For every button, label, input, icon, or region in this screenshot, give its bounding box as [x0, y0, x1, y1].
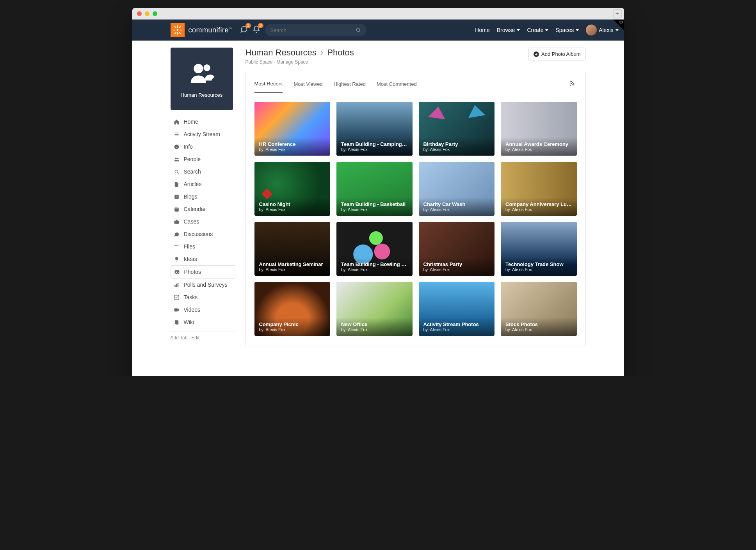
album-author: by: Alexis Fox — [505, 207, 572, 212]
space-visibility: Public Space — [245, 59, 273, 65]
photo-album-card[interactable]: HR Conferenceby: Alexis Fox — [254, 102, 331, 156]
svg-point-9 — [356, 28, 359, 31]
chat-icon — [174, 231, 180, 237]
album-title: Team Building - Basketball — [341, 201, 408, 207]
svg-point-11 — [203, 64, 210, 71]
search-input[interactable] — [270, 27, 356, 33]
image-icon — [174, 269, 180, 275]
photo-album-card[interactable]: Company Anniversary Lun…by: Alexis Fox — [501, 162, 577, 216]
people-icon — [188, 60, 215, 87]
photo-album-card[interactable]: New Officeby: Alexis Fox — [336, 282, 413, 336]
new-tab-button[interactable]: + — [613, 9, 622, 18]
sidebar-item-label: Activity Stream — [184, 131, 220, 137]
sidebar-item-ideas[interactable]: Ideas — [171, 253, 235, 265]
photo-album-card[interactable]: Team Building - Basketballby: Alexis Fox — [336, 162, 413, 216]
window-titlebar: + — [132, 8, 624, 20]
manage-space-link[interactable]: Manage Space — [277, 59, 308, 65]
sidebar-item-activity-stream[interactable]: Activity Stream — [171, 128, 235, 140]
sidebar-item-label: Videos — [184, 307, 201, 313]
tab-highest-rated[interactable]: Highest Rated — [334, 81, 366, 92]
notifications-icon[interactable]: 3 — [253, 25, 260, 35]
sidebar-item-files[interactable]: Files — [171, 240, 235, 253]
nav-home[interactable]: Home — [475, 27, 489, 33]
photo-album-card[interactable]: Charity Car Washby: Alexis Fox — [419, 162, 495, 216]
edit-tabs-link[interactable]: Edit — [191, 335, 199, 341]
album-author: by: Alexis Fox — [423, 207, 490, 212]
album-title: Charity Car Wash — [423, 201, 490, 207]
album-author: by: Alexis Fox — [259, 327, 326, 332]
photo-album-card[interactable]: Activity Stream Photosby: Alexis Fox — [419, 282, 495, 336]
photo-album-card[interactable]: Christmas Partyby: Alexis Fox — [419, 222, 495, 276]
sidebar-item-people[interactable]: People — [171, 153, 235, 165]
sidebar-item-home[interactable]: Home — [171, 115, 235, 128]
sidebar-item-blogs[interactable]: Blogs — [171, 190, 235, 203]
photo-album-card[interactable]: Stock Photosby: Alexis Fox — [501, 282, 577, 336]
add-photo-album-button[interactable]: + Add Photo Album — [528, 48, 585, 60]
sidebar-item-label: Polls and Surveys — [184, 282, 228, 288]
tab-most-recent[interactable]: Most Recent — [254, 81, 283, 93]
sidebar-item-polls-and-surveys[interactable]: Polls and Surveys — [171, 279, 235, 291]
page-title: Human Resources › Photos — [245, 48, 354, 58]
sidebar-item-label: Home — [184, 119, 198, 125]
sidebar-item-label: Cases — [184, 218, 199, 225]
breadcrumb-space[interactable]: Human Resources — [245, 48, 317, 57]
album-title: HR Conference — [259, 141, 326, 147]
sidebar-item-articles[interactable]: Articles — [171, 178, 235, 190]
sidebar-item-info[interactable]: Info — [171, 140, 235, 153]
sidebar-item-photos[interactable]: Photos — [171, 265, 235, 279]
album-author: by: Alexis Fox — [341, 267, 408, 272]
svg-rect-6 — [178, 32, 181, 34]
sidebar-item-label: Calendar — [184, 206, 206, 212]
album-author: by: Alexis Fox — [341, 327, 408, 332]
svg-rect-25 — [174, 308, 178, 311]
nav-create[interactable]: Create — [527, 27, 548, 33]
sidebar-item-tasks[interactable]: Tasks — [171, 291, 235, 303]
brand-logo[interactable]: communifire™ — [171, 23, 232, 37]
brand-logo-icon — [171, 23, 185, 37]
close-window-button[interactable] — [137, 11, 142, 16]
svg-rect-17 — [175, 208, 179, 211]
admin-gear-corner[interactable] — [613, 20, 624, 30]
sidebar-item-discussions[interactable]: Discussions — [171, 228, 235, 240]
photo-album-card[interactable]: Technology Trade Showby: Alexis Fox — [501, 222, 577, 276]
space-card[interactable]: Human Resources — [171, 48, 233, 110]
album-author: by: Alexis Fox — [505, 327, 572, 332]
sidebar-item-wiki[interactable]: Wiki — [171, 316, 235, 328]
photo-album-card[interactable]: Company Picnicby: Alexis Fox — [254, 282, 331, 336]
maximize-window-button[interactable] — [153, 11, 157, 16]
tab-most-viewed[interactable]: Most Viewed — [294, 81, 322, 92]
calendar-icon — [174, 206, 180, 212]
traffic-lights — [137, 11, 157, 16]
bulb-icon — [174, 256, 180, 262]
sidebar-item-videos[interactable]: Videos — [171, 303, 235, 316]
global-search[interactable] — [265, 24, 366, 36]
photo-album-card[interactable]: Casino Nightby: Alexis Fox — [254, 162, 331, 216]
nav-browse[interactable]: Browse — [497, 27, 520, 33]
photo-grid: HR Conferenceby: Alexis FoxTeam Building… — [254, 102, 577, 336]
photo-album-card[interactable]: Team Building - Camping T…by: Alexis Fox — [336, 102, 413, 156]
album-author: by: Alexis Fox — [423, 327, 490, 332]
sidebar-footer: Add Tab · Edit — [171, 332, 235, 341]
minimize-window-button[interactable] — [145, 11, 149, 16]
album-title: Technology Trade Show — [505, 261, 572, 267]
space-name: Human Resources — [181, 92, 223, 98]
file-icon — [174, 181, 180, 187]
svg-point-13 — [175, 158, 177, 159]
sidebar-item-search[interactable]: Search — [171, 165, 235, 178]
photo-album-card[interactable]: Birthday Partyby: Alexis Fox — [419, 102, 495, 156]
add-tab-link[interactable]: Add Tab — [171, 335, 188, 341]
photo-album-card[interactable]: Team Building - Bowling Ni…by: Alexis Fo… — [336, 222, 413, 276]
photo-album-card[interactable]: Annual Awards Ceremonyby: Alexis Fox — [501, 102, 577, 156]
sidebar-item-label: Articles — [184, 181, 202, 187]
svg-rect-3 — [173, 30, 176, 30]
rss-icon[interactable] — [569, 81, 575, 93]
tab-most-commented[interactable]: Most Commented — [377, 81, 417, 92]
album-author: by: Alexis Fox — [341, 147, 408, 152]
nav-spaces[interactable]: Spaces — [555, 27, 579, 33]
sidebar-item-label: People — [184, 156, 201, 162]
photo-album-card[interactable]: Annual Marketing Seminarby: Alexis Fox — [254, 222, 331, 276]
svg-rect-2 — [177, 32, 178, 35]
messages-icon[interactable]: 1 — [240, 25, 248, 35]
sidebar-item-calendar[interactable]: Calendar — [171, 203, 235, 215]
sidebar-item-cases[interactable]: Cases — [171, 215, 235, 228]
